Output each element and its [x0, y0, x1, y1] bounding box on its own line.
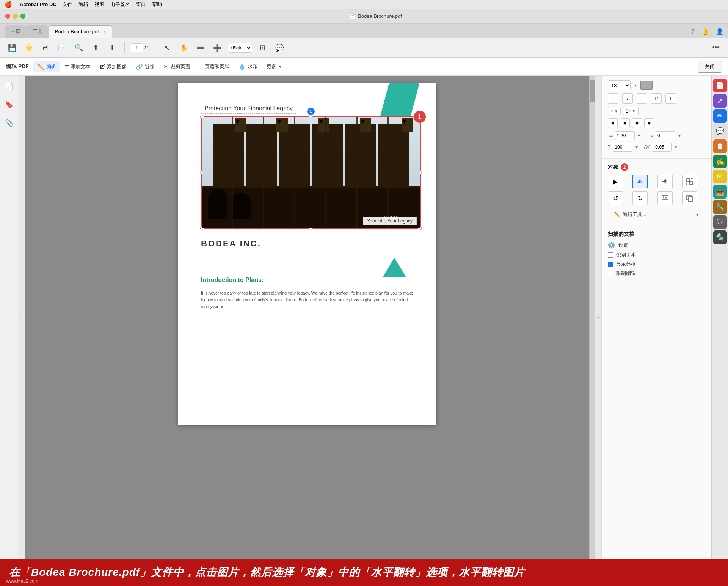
- menu-window[interactable]: 窗口: [136, 1, 146, 8]
- strip-send-track-icon[interactable]: 📤: [713, 185, 727, 199]
- sidebar-pages-icon[interactable]: 📄: [3, 80, 15, 92]
- zoom-out-button[interactable]: ➖: [195, 42, 207, 54]
- close-button[interactable]: [5, 14, 10, 19]
- app-name[interactable]: Acrobat Pro DC: [20, 2, 56, 7]
- font-section: 18 12 14 24 ▼ T T T T1 T: [602, 76, 711, 159]
- edit-btn-crop[interactable]: ✂ 裁剪页面: [160, 61, 194, 72]
- superscript-style-btn[interactable]: T1: [651, 93, 662, 104]
- strip-tools-icon[interactable]: 🔩: [713, 230, 727, 244]
- font-size-select[interactable]: 18 12 14 24: [608, 80, 631, 90]
- align-justify-btn[interactable]: ≡: [644, 118, 654, 128]
- email-button[interactable]: ✉️: [56, 42, 68, 54]
- pdf-scrollbar[interactable]: [589, 76, 595, 559]
- font-color-swatch[interactable]: [640, 81, 653, 90]
- edit-btn-header[interactable]: ≡ 页眉和页脚: [196, 61, 233, 72]
- bold-style-btn[interactable]: T: [608, 93, 618, 104]
- edit-tools-row[interactable]: ✏️ 编辑工具... ▼: [608, 208, 705, 221]
- strip-protect-icon[interactable]: 🛡: [713, 215, 727, 229]
- tab-file[interactable]: Bodea Brochure.pdf ×: [49, 25, 112, 38]
- hand-tool[interactable]: ✋: [178, 42, 190, 54]
- print-button[interactable]: 🖨: [39, 42, 52, 54]
- scroll-thumb[interactable]: [590, 80, 595, 102]
- zoom-select[interactable]: 65% 50% 75% 100%: [228, 43, 252, 53]
- help-icon[interactable]: ?: [691, 28, 695, 35]
- tab-home[interactable]: 主页: [5, 25, 27, 38]
- alignment-row: ≡ ≡ ≡ ≡: [608, 118, 705, 128]
- maximize-button[interactable]: [20, 14, 25, 19]
- bullet-list-btn[interactable]: ≡ ▼: [608, 107, 621, 115]
- strip-fill-sign-icon[interactable]: ✍: [713, 155, 727, 168]
- line-spacing-input[interactable]: [615, 131, 635, 140]
- kerning-input[interactable]: [652, 143, 672, 152]
- font-size-row: 18 12 14 24 ▼: [608, 80, 705, 90]
- upload-button[interactable]: ⬆: [89, 42, 102, 54]
- settings-row[interactable]: ⚙️ 设置: [608, 241, 705, 249]
- fit-page-button[interactable]: ⊡: [257, 42, 269, 54]
- obj-flip-horizontal-btn[interactable]: [632, 175, 648, 188]
- strip-export-pdf-icon[interactable]: ↗: [713, 94, 727, 108]
- menu-help[interactable]: 帮助: [152, 1, 162, 8]
- strip-request-sign-icon[interactable]: ✉: [713, 170, 727, 183]
- tab-tools[interactable]: 工具: [27, 25, 49, 38]
- edit-btn-more[interactable]: 更多 ▼: [263, 61, 286, 72]
- save-button[interactable]: 💾: [6, 42, 18, 54]
- align-center-btn[interactable]: ≡: [620, 118, 630, 128]
- obj-arrange-btn[interactable]: [682, 175, 697, 188]
- selected-image[interactable]: 1 ↻: [201, 116, 421, 229]
- panel-collapse-right[interactable]: ›: [595, 76, 601, 559]
- zoom-control[interactable]: 65% 50% 75% 100%: [228, 43, 252, 53]
- strip-organize-icon[interactable]: 📋: [713, 139, 727, 153]
- minimize-button[interactable]: [13, 14, 18, 19]
- menu-view[interactable]: 视图: [94, 1, 104, 8]
- rotate-handle[interactable]: ↻: [307, 108, 315, 115]
- edit-btn-addtext[interactable]: T 添加文本: [61, 61, 94, 72]
- zoom-in-button[interactable]: ➕: [211, 42, 223, 54]
- strikethrough-style-btn[interactable]: T: [665, 93, 676, 104]
- more-options-button[interactable]: •••: [710, 42, 722, 54]
- italic-style-btn[interactable]: T: [622, 93, 633, 104]
- strip-edit-pdf-icon[interactable]: ✏: [713, 109, 727, 123]
- obj-flip-vertical-btn[interactable]: [657, 175, 673, 188]
- menu-edit[interactable]: 编辑: [78, 1, 88, 8]
- menu-esign[interactable]: 电子签名: [110, 1, 130, 8]
- scale-input[interactable]: [613, 143, 632, 152]
- recognize-text-checkbox[interactable]: [608, 252, 613, 258]
- align-right-btn[interactable]: ≡: [632, 118, 642, 128]
- edit-btn-addimage[interactable]: 🖼 添加图像: [96, 61, 130, 72]
- apple-menu[interactable]: 🍎: [5, 1, 12, 8]
- sidebar-attachment-icon[interactable]: 📎: [3, 117, 15, 129]
- strip-comment-icon[interactable]: 💬: [713, 124, 727, 138]
- edit-btn-edit[interactable]: ✏️ 编辑: [33, 61, 60, 72]
- restrict-edit-checkbox[interactable]: [608, 271, 613, 276]
- obj-play-btn[interactable]: ▶: [608, 175, 623, 188]
- indent-input[interactable]: [656, 131, 675, 140]
- show-outer-checkbox[interactable]: [608, 262, 613, 267]
- bookmark-button[interactable]: ⭐: [23, 42, 35, 54]
- underline-style-btn[interactable]: T: [637, 93, 647, 104]
- notifications-icon[interactable]: 🔔: [701, 28, 709, 35]
- obj-layers-btn[interactable]: [682, 191, 697, 205]
- obj-replace-btn[interactable]: [657, 191, 673, 205]
- edit-btn-watermark[interactable]: 💧 水印: [235, 61, 261, 72]
- align-left-btn[interactable]: ≡: [608, 118, 618, 128]
- pdf-viewing-area[interactable]: Protecting Your Financial Legacy 1 ↻: [25, 76, 589, 559]
- close-edit-button[interactable]: 关闭: [698, 61, 722, 73]
- menu-file[interactable]: 文件: [63, 1, 72, 8]
- edit-btn-link[interactable]: 🔗 链接: [132, 61, 158, 72]
- tab-close-icon[interactable]: ×: [104, 30, 106, 34]
- obj-rotate-cw-btn[interactable]: ↻: [632, 191, 648, 205]
- search-button[interactable]: 🔍: [73, 42, 85, 54]
- obj-rotate-ccw-btn[interactable]: ↺: [608, 191, 623, 205]
- numbered-list-btn[interactable]: 1≡ ▼: [623, 107, 639, 115]
- account-icon[interactable]: 👤: [716, 28, 723, 35]
- strip-more-icon[interactable]: 🔧: [713, 200, 727, 214]
- list-row: ≡ ▼ 1≡ ▼: [608, 107, 705, 115]
- panel-collapse-left[interactable]: ‹: [18, 76, 25, 559]
- strip-create-pdf-icon[interactable]: 📄: [713, 79, 727, 92]
- sidebar-bookmark-icon[interactable]: 🔖: [3, 99, 15, 111]
- comment-panel-button[interactable]: 💬: [273, 42, 286, 54]
- pointer-tool[interactable]: ↖: [161, 42, 173, 54]
- pdf-heading-text[interactable]: Protecting Your Financial Legacy: [201, 103, 296, 114]
- page-number-input[interactable]: [131, 43, 143, 52]
- download-button[interactable]: ⬇: [106, 42, 118, 54]
